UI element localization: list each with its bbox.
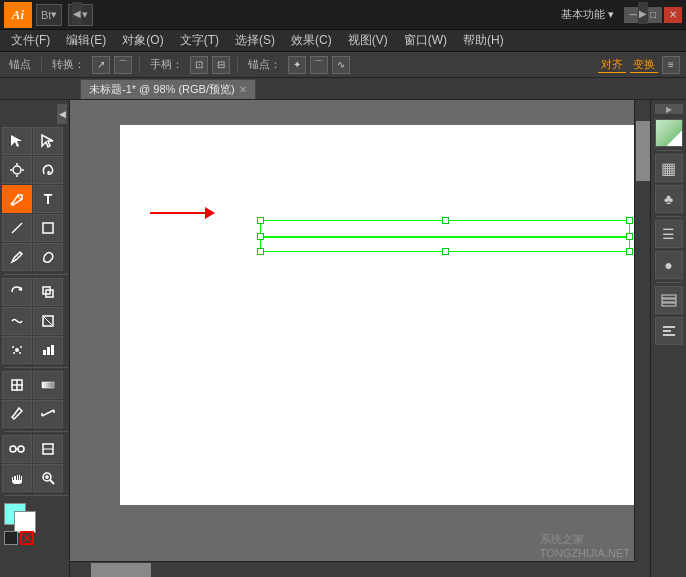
- handle-tm[interactable]: [442, 217, 449, 224]
- title-bar: Ai Bt ▾ ⊞▾ 基本功能 ▾ ─ □ ✕: [0, 0, 686, 30]
- canvas-area[interactable]: 系统之家 TONGZHIJIA.NET: [70, 100, 650, 577]
- eyedropper-tool[interactable]: [2, 400, 32, 428]
- default-colors[interactable]: [4, 531, 18, 545]
- svg-line-28: [17, 414, 19, 416]
- menu-view[interactable]: 视图(V): [341, 30, 395, 51]
- svg-marker-1: [42, 135, 53, 147]
- toolbar-collapse[interactable]: ◀: [57, 104, 67, 124]
- text-box[interactable]: [260, 220, 630, 252]
- mesh-tool[interactable]: [2, 371, 32, 399]
- tool-row-6: [2, 278, 63, 306]
- zoom-tool[interactable]: [33, 464, 63, 492]
- vertical-scrollbar[interactable]: [634, 100, 650, 561]
- pen-tool[interactable]: [2, 185, 32, 213]
- app-logo: Ai: [4, 2, 32, 28]
- stroke-color[interactable]: [14, 511, 36, 533]
- watermark-text-1: 系统之家: [540, 532, 630, 547]
- menu-help[interactable]: 帮助(H): [456, 30, 511, 51]
- color-panel-btn[interactable]: [655, 119, 683, 147]
- convert-btn-1[interactable]: ↗: [92, 56, 110, 74]
- svg-line-15: [43, 316, 53, 326]
- direct-select-tool[interactable]: [33, 127, 63, 155]
- horizontal-scrollbar[interactable]: [70, 561, 634, 577]
- handle-mr[interactable]: [626, 233, 633, 240]
- swap-colors[interactable]: [20, 531, 34, 545]
- right-panel-collapse[interactable]: ▶: [655, 104, 683, 114]
- menu-window[interactable]: 窗口(W): [397, 30, 454, 51]
- swatches-panel-btn[interactable]: ▦: [655, 154, 683, 182]
- align-label[interactable]: 对齐: [598, 57, 626, 73]
- anchor-btn-2[interactable]: ⌒: [310, 56, 328, 74]
- handle-bm[interactable]: [442, 248, 449, 255]
- type-tool[interactable]: T: [33, 185, 63, 213]
- handle-ml[interactable]: [257, 233, 264, 240]
- separator-1: [41, 57, 42, 73]
- svg-line-8: [12, 223, 22, 233]
- rotate-tool[interactable]: [2, 278, 32, 306]
- svg-point-33: [18, 446, 24, 452]
- convert-btn-2[interactable]: ⌒: [114, 56, 132, 74]
- menu-edit[interactable]: 编辑(E): [59, 30, 113, 51]
- tool-row-1: [2, 127, 63, 155]
- appearance-panel-btn[interactable]: ●: [655, 251, 683, 279]
- svg-rect-46: [663, 326, 675, 328]
- tool-row-7: [2, 307, 63, 335]
- svg-point-19: [13, 352, 15, 354]
- layers-panel-btn[interactable]: [655, 286, 683, 314]
- measure-tool[interactable]: [33, 400, 63, 428]
- handle-btn-2[interactable]: ⊟: [212, 56, 230, 74]
- tool-row-9: [2, 371, 63, 399]
- menu-object[interactable]: 对象(O): [115, 30, 170, 51]
- handle-bl[interactable]: [257, 248, 264, 255]
- gradient-tool[interactable]: [33, 371, 63, 399]
- transform-label[interactable]: 变换: [630, 57, 658, 73]
- svg-point-17: [12, 346, 14, 348]
- menu-effect[interactable]: 效果(C): [284, 30, 339, 51]
- blob-brush-tool[interactable]: [33, 243, 63, 271]
- menu-text[interactable]: 文字(T): [173, 30, 226, 51]
- canvas-page: [120, 125, 640, 505]
- handle-tr[interactable]: [626, 217, 633, 224]
- svg-rect-27: [42, 382, 54, 388]
- tool-row-2: [2, 156, 63, 184]
- lasso-tool[interactable]: [33, 156, 63, 184]
- menu-select[interactable]: 选择(S): [228, 30, 282, 51]
- handle-label: 手柄：: [147, 57, 186, 72]
- rect-tool[interactable]: [33, 214, 63, 242]
- svg-line-29: [42, 410, 54, 416]
- warp-tool[interactable]: [2, 307, 32, 335]
- more-btn[interactable]: ≡: [662, 56, 680, 74]
- panel-collapse-left[interactable]: ◀: [72, 2, 82, 24]
- vertical-scroll-thumb[interactable]: [636, 121, 650, 181]
- panel-collapse-right[interactable]: ▶: [638, 2, 648, 24]
- scale-tool[interactable]: [33, 278, 63, 306]
- close-button[interactable]: ✕: [664, 7, 682, 23]
- hand-tool[interactable]: [2, 464, 32, 492]
- symbols-panel-btn[interactable]: ☰: [655, 220, 683, 248]
- select-tool[interactable]: [2, 127, 32, 155]
- workspace-mode[interactable]: 基本功能 ▾: [561, 7, 614, 22]
- handle-btn-1[interactable]: ⊡: [190, 56, 208, 74]
- anchor-btn-1[interactable]: ✦: [288, 56, 306, 74]
- menu-file[interactable]: 文件(F): [4, 30, 57, 51]
- free-transform-tool[interactable]: [33, 307, 63, 335]
- btn-group[interactable]: Bt ▾: [36, 4, 62, 26]
- tool-divider-2: [4, 367, 68, 368]
- slice-tool[interactable]: [33, 435, 63, 463]
- symbol-spray-tool[interactable]: [2, 336, 32, 364]
- horizontal-scroll-thumb[interactable]: [91, 563, 151, 577]
- magic-wand-tool[interactable]: [2, 156, 32, 184]
- separator-3: [237, 57, 238, 73]
- align-panel-btn[interactable]: [655, 317, 683, 345]
- document-tab[interactable]: 未标题-1* @ 98% (RGB/预览) ✕: [80, 79, 256, 99]
- handle-tl[interactable]: [257, 217, 264, 224]
- brushes-panel-btn[interactable]: ♣: [655, 185, 683, 213]
- anchor-btn-3[interactable]: ∿: [332, 56, 350, 74]
- line-tool[interactable]: [2, 214, 32, 242]
- separator-2: [139, 57, 140, 73]
- pencil-tool[interactable]: [2, 243, 32, 271]
- blend-tool[interactable]: [2, 435, 32, 463]
- handle-br[interactable]: [626, 248, 633, 255]
- tab-close-btn[interactable]: ✕: [239, 84, 247, 95]
- graph-tool[interactable]: [33, 336, 63, 364]
